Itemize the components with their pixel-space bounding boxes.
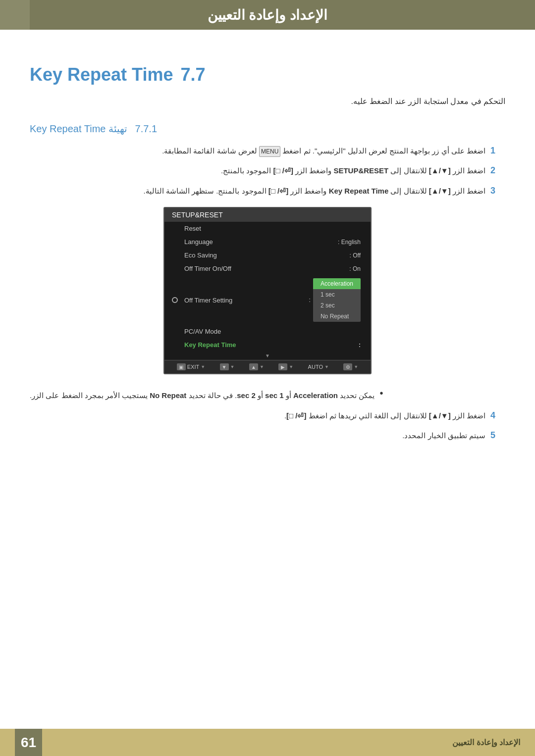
top-title: الإعداد وإعادة التعيين: [208, 7, 328, 23]
down-icon: ▼: [220, 363, 229, 370]
menu-item-language: Language : English: [164, 235, 371, 249]
section-heading: 7.7 Key Repeat Time: [30, 64, 505, 85]
screenshot-header: SETUP&RESET: [164, 208, 371, 222]
toolbar-settings: ⚙ ▼: [343, 363, 358, 370]
toolbar-exit: ▣ EXIT ▼: [177, 363, 205, 370]
dot-icon: [172, 297, 178, 303]
exit-icon: ▣: [177, 363, 186, 370]
screenshot-container: SETUP&RESET Reset Language : English Eco…: [30, 207, 505, 374]
screenshot: SETUP&RESET Reset Language : English Eco…: [163, 207, 372, 374]
dropdown-option-no-repeat: No Repeat: [313, 311, 361, 322]
step-2-text: اضغط الزر [▼/▲] للانتقال إلى SETUP&RESET…: [30, 164, 485, 177]
top-bar: الإعداد وإعادة التعيين: [0, 0, 535, 30]
bullet-symbol: •: [379, 388, 383, 399]
toolbar-down: ▼ ▼: [220, 363, 235, 370]
corner-accent: [0, 0, 30, 30]
menu-item-off-timer-onoff: Off Timer On/Off : On: [164, 262, 371, 275]
step-3-text: اضغط الزر [▼/▲] للانتقال إلى Key Repeat …: [30, 185, 485, 198]
section-number: 7.7: [180, 64, 205, 85]
sub-section-number: 7.7.1: [135, 123, 157, 135]
screenshot-body: Reset Language : English Eco Saving : Of…: [164, 222, 371, 360]
dropdown-popup: Acceleration 1 sec 2 sec No Repeat: [311, 278, 361, 322]
right-icon: ▶: [278, 363, 287, 370]
step-1: 1 اضغط على أي زر بواجهة المنتج لعرض الدل…: [30, 145, 505, 157]
step-4: 4 اضغط الزر [▼/▲] للانتقال إلى اللغة الت…: [30, 409, 505, 422]
section-description: التحكم في معدل استجابة الزر عند الضغط عل…: [30, 95, 505, 108]
step-4-text: اضغط الزر [▼/▲] للانتقال إلى اللغة التي …: [30, 409, 485, 422]
steps-container: 1 اضغط على أي زر بواجهة المنتج لعرض الدل…: [30, 145, 505, 198]
main-content: 7.7 Key Repeat Time التحكم في معدل استجا…: [0, 30, 535, 472]
menu-item-eco-saving: Eco Saving : Off: [164, 249, 371, 262]
step-5: 5 سيتم تطبيق الخيار المحدد.: [30, 429, 505, 442]
menu-item-pcav-mode: PC/AV Mode: [164, 325, 371, 338]
scroll-indicator: ▼: [164, 352, 371, 360]
menu-item-key-repeat-time: Key Repeat Time :: [164, 338, 371, 352]
step-3: 3 اضغط الزر [▼/▲] للانتقال إلى Key Repea…: [30, 185, 505, 198]
footer-bar: الإعداد وإعادة التعيين 61: [0, 729, 535, 756]
dropdown-option-acceleration: Acceleration: [313, 278, 361, 289]
step-2: 2 اضغط الزر [▼/▲] للانتقال إلى SETUP&RES…: [30, 164, 505, 177]
screenshot-toolbar: ▣ EXIT ▼ ▼ ▼ ▲ ▼ ▶ ▼ AUTO ▼: [164, 360, 371, 373]
footer-page-number: 61: [15, 729, 42, 756]
step-5-text: سيتم تطبيق الخيار المحدد.: [30, 429, 485, 442]
up-icon: ▲: [249, 363, 258, 370]
section-title: Key Repeat Time: [30, 64, 173, 85]
step-3-number: 3: [490, 186, 505, 196]
toolbar-right: ▶ ▼: [278, 363, 293, 370]
toolbar-up: ▲ ▼: [249, 363, 264, 370]
dropdown-option-1sec: 1 sec: [313, 289, 361, 300]
steps-container-2: 4 اضغط الزر [▼/▲] للانتقال إلى اللغة الت…: [30, 409, 505, 442]
dropdown-option-2sec: 2 sec: [313, 300, 361, 311]
toolbar-auto: AUTO ▼: [308, 364, 329, 370]
step-5-number: 5: [490, 430, 505, 441]
step-4-number: 4: [490, 410, 505, 421]
settings-icon: ⚙: [343, 363, 352, 370]
menu-item-reset: Reset: [164, 222, 371, 235]
bullet-note: • يمكن تحديد Acceleration أو 1 sec أو 2 …: [30, 389, 505, 402]
step-2-number: 2: [490, 165, 505, 176]
dropdown-options: Acceleration 1 sec 2 sec No Repeat: [313, 278, 361, 322]
sub-section-title-ar: تهيئة Key Repeat Time: [30, 123, 130, 135]
footer-text: الإعداد وإعادة التعيين: [452, 738, 520, 747]
step-1-text: اضغط على أي زر بواجهة المنتج لعرض الدليل…: [30, 145, 485, 157]
menu-item-off-timer-setting: Off Timer Setting : Acceleration 1 sec 2…: [164, 275, 371, 325]
sub-section-heading: 7.7.1 تهيئة Key Repeat Time: [30, 123, 505, 135]
bullet-text: يمكن تحديد Acceleration أو 1 sec أو 2 se…: [30, 389, 374, 402]
step-1-number: 1: [490, 146, 505, 156]
